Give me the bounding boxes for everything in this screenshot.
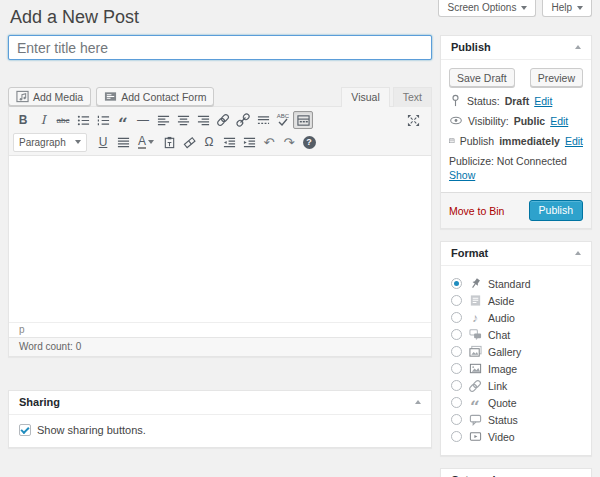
publicize-show-link[interactable]: Show [449, 169, 475, 181]
toolbar-toggle-button[interactable] [293, 111, 313, 129]
radio-gallery[interactable] [451, 346, 462, 357]
sharing-panel: Sharing Show sharing buttons. [8, 390, 432, 448]
schedule-row: Publish immediately Edit [449, 134, 583, 147]
help-button[interactable]: Help [542, 0, 592, 17]
publicize-section: Publicize: Not Connected Show [449, 154, 583, 182]
radio-video[interactable] [451, 431, 462, 442]
add-contact-form-label: Add Contact Form [121, 91, 206, 103]
pushpin-icon [468, 277, 482, 291]
strikethrough-button[interactable]: abc [53, 111, 73, 129]
clear-formatting-button[interactable] [179, 133, 199, 151]
format-option-status[interactable]: Status [451, 413, 581, 426]
word-count-label: Word count: [19, 341, 73, 352]
add-media-button[interactable]: Add Media [8, 87, 91, 106]
spellcheck-button[interactable]: ABC [273, 111, 293, 129]
collapse-panel-icon[interactable] [575, 251, 581, 255]
format-option-image[interactable]: Image [451, 362, 581, 375]
element-path[interactable]: p [19, 324, 25, 335]
blockquote-button[interactable]: “ [113, 111, 133, 129]
categories-panel-header[interactable]: Categories [441, 469, 591, 477]
format-option-label: Chat [488, 329, 510, 341]
format-option-audio[interactable]: ♪ Audio [451, 311, 581, 324]
add-media-label: Add Media [33, 91, 83, 103]
format-option-chat[interactable]: Chat [451, 328, 581, 341]
format-option-label: Gallery [488, 346, 521, 358]
screen-options-button[interactable]: Screen Options [438, 0, 536, 17]
format-option-quote[interactable]: “ Quote [451, 396, 581, 409]
horizontal-rule-button[interactable]: — [133, 111, 153, 129]
numbered-list-button[interactable] [93, 111, 113, 129]
format-option-label: Aside [488, 295, 514, 307]
special-character-button[interactable]: Ω [199, 133, 219, 151]
collapse-panel-icon[interactable] [575, 45, 581, 49]
format-option-link[interactable]: Link [451, 379, 581, 392]
sidebar-column: Publish Save Draft Preview Status: Draft… [440, 35, 592, 477]
format-option-label: Quote [488, 397, 517, 409]
align-right-button[interactable] [193, 111, 213, 129]
format-option-video[interactable]: Video [451, 430, 581, 443]
radio-chat[interactable] [451, 329, 462, 340]
radio-audio[interactable] [451, 312, 462, 323]
edit-schedule-link[interactable]: Edit [565, 135, 583, 147]
redo-button[interactable]: ↷ [279, 133, 299, 151]
unlink-button[interactable] [233, 111, 253, 129]
gallery-icon [468, 345, 482, 359]
link-button[interactable] [213, 111, 233, 129]
editor-mode-tabs: Visual Text [341, 87, 432, 107]
sharing-panel-header[interactable]: Sharing [9, 391, 431, 415]
keyboard-shortcuts-button[interactable]: ? [299, 133, 319, 151]
align-center-button[interactable] [173, 111, 193, 129]
save-draft-button[interactable]: Save Draft [449, 68, 515, 87]
italic-button[interactable]: I [33, 111, 53, 129]
edit-visibility-link[interactable]: Edit [550, 115, 568, 127]
note-icon [468, 294, 482, 308]
add-contact-form-button[interactable]: Add Contact Form [96, 87, 214, 106]
speech-bubble-icon [468, 413, 482, 427]
publish-panel-body: Save Draft Preview Status: Draft Edit Vi… [441, 60, 591, 192]
toolbar-row-2: Paragraph U A Ω ↶ ↷ ? [13, 131, 427, 153]
collapse-panel-icon[interactable] [415, 400, 421, 404]
radio-quote[interactable] [451, 397, 462, 408]
radio-status[interactable] [451, 414, 462, 425]
chevron-down-icon [148, 140, 154, 144]
tab-visual[interactable]: Visual [341, 87, 389, 107]
undo-button[interactable]: ↶ [259, 133, 279, 151]
publish-title: Publish [451, 41, 491, 53]
paste-as-text-button[interactable] [159, 133, 179, 151]
align-left-button[interactable] [153, 111, 173, 129]
radio-aside[interactable] [451, 295, 462, 306]
format-option-label: Image [488, 363, 517, 375]
publish-button[interactable]: Publish [529, 200, 583, 221]
move-to-bin-link[interactable]: Move to Bin [449, 205, 504, 217]
media-icon [16, 90, 29, 103]
format-option-gallery[interactable]: Gallery [451, 345, 581, 358]
justify-button[interactable] [113, 133, 133, 151]
publish-panel-header[interactable]: Publish [441, 36, 591, 60]
post-title-input[interactable] [8, 35, 432, 60]
sharing-title: Sharing [19, 396, 60, 408]
editor-content-area[interactable] [9, 156, 431, 322]
radio-standard[interactable] [451, 278, 462, 289]
bold-button[interactable]: B [13, 111, 33, 129]
tab-text[interactable]: Text [393, 87, 432, 107]
edit-status-link[interactable]: Edit [534, 95, 552, 107]
chevron-down-icon [75, 140, 81, 144]
indent-button[interactable] [239, 133, 259, 151]
visibility-label: Visibility: [468, 115, 509, 127]
fullscreen-icon[interactable] [403, 111, 423, 129]
underline-button[interactable]: U [93, 133, 113, 151]
show-sharing-buttons-checkbox[interactable] [19, 424, 31, 436]
preview-button[interactable]: Preview [530, 68, 583, 87]
paragraph-format-select[interactable]: Paragraph [13, 133, 87, 152]
format-option-standard[interactable]: Standard [451, 277, 581, 290]
radio-image[interactable] [451, 363, 462, 374]
radio-link[interactable] [451, 380, 462, 391]
pin-icon [449, 94, 462, 107]
read-more-button[interactable] [253, 111, 273, 129]
toolbar-row-1: B I abc “ — ABC [13, 109, 427, 131]
format-panel-header[interactable]: Format [441, 242, 591, 266]
text-color-button[interactable]: A [133, 133, 159, 151]
outdent-button[interactable] [219, 133, 239, 151]
bullet-list-button[interactable] [73, 111, 93, 129]
format-option-aside[interactable]: Aside [451, 294, 581, 307]
